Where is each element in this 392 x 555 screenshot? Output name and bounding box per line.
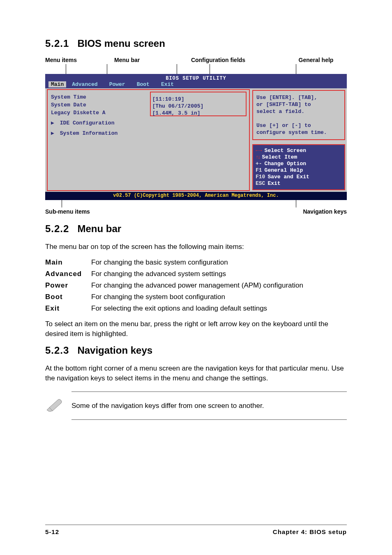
heading-number: 5.2.2: [45, 223, 69, 234]
paragraph-menu-bar-intro: The menu bar on top of the screen has th…: [45, 242, 347, 252]
nav-general-help: General Help: [265, 167, 303, 174]
callout-general-help: General help: [285, 57, 347, 63]
callout-menu-items: Menu items: [45, 57, 86, 63]
bios-menu-bar: Main Advanced Power Boot Exit: [45, 81, 347, 88]
heading-number: 5.2.1: [45, 38, 69, 49]
section-heading-2: 5.2.2 Menu bar: [45, 223, 347, 235]
bios-field-labels: System Time System Date Legacy Diskette …: [48, 90, 149, 190]
callout-submenu-items: Sub-menu items: [45, 208, 90, 215]
field-system-time[interactable]: System Time: [51, 93, 147, 101]
submenu-system-info[interactable]: ▶ System Information: [51, 129, 147, 137]
definitions-list: MainFor changing the basic system config…: [45, 258, 347, 313]
def-advanced: AdvancedFor changing the advanced system…: [45, 269, 347, 279]
section-heading-3: 5.2.3 Navigation keys: [45, 345, 347, 356]
bios-copyright: v02.57 (C)Copyright 1985-2004, American …: [45, 192, 347, 200]
chapter-title: Chapter 4: BIOS setup: [273, 528, 347, 535]
bios-tab-advanced[interactable]: Advanced: [66, 81, 103, 88]
bios-tab-boot[interactable]: Boot: [131, 81, 155, 88]
callout-labels-top: Menu items Menu bar Configuration fields…: [45, 57, 347, 63]
def-main: MainFor changing the basic system config…: [45, 258, 347, 267]
nav-save-exit: Save and Exit: [267, 174, 309, 180]
bios-title: BIOS SETUP UTILITY: [45, 74, 347, 81]
field-system-date[interactable]: System Date: [51, 101, 147, 109]
bios-help-box: Use [ENTER]. [TAB], or [SHIFT-TAB] to se…: [252, 90, 345, 140]
callout-lines-top: [45, 64, 347, 74]
section-heading-1: 5.2.1 BIOS menu screen: [45, 38, 347, 49]
arrows-lr-icon: ←→: [256, 147, 262, 154]
paragraph-nav-keys: At the bottom right corner of a menu scr…: [45, 364, 347, 383]
callout-navigation-keys: Navigation keys: [303, 208, 347, 215]
page-number: 5-12: [45, 528, 59, 535]
pen-icon: [45, 398, 63, 414]
callout-menu-bar: Menu bar: [114, 57, 151, 63]
nav-key-plusminus: +-: [256, 161, 262, 167]
value-legacy-diskette[interactable]: [1.44M, 3.5 in]: [152, 110, 243, 117]
value-system-date[interactable]: [Thu 06/17/2005]: [152, 103, 243, 110]
nav-key-f10: F10: [256, 174, 265, 180]
note-text: Some of the navigation keys differ from …: [71, 402, 264, 410]
note-box: Some of the navigation keys differ from …: [71, 391, 347, 420]
nav-key-esc: ESC: [256, 180, 265, 187]
bios-tab-main[interactable]: Main: [48, 81, 66, 88]
nav-key-f1: F1: [256, 167, 262, 174]
nav-select-screen: Select Screen: [265, 147, 306, 154]
heading-number: 5.2.3: [45, 345, 69, 356]
nav-change-option: Change Option: [265, 161, 306, 167]
bios-right-column: Use [ENTER]. [TAB], or [SHIFT-TAB] to se…: [252, 88, 347, 192]
triangle-icon: ▶: [51, 119, 57, 127]
heading-text: Menu bar: [77, 223, 121, 234]
value-system-time[interactable]: [11:10:19]: [152, 96, 243, 103]
heading-text: Navigation keys: [77, 345, 152, 356]
def-exit: ExitFor selecting the exit options and l…: [45, 304, 347, 313]
bios-nav-box: ←→Select Screen ↑↓Select Item +-Change O…: [252, 144, 345, 190]
arrows-ud-icon: ↑↓: [256, 154, 260, 161]
bios-tab-power[interactable]: Power: [104, 81, 131, 88]
triangle-icon: ▶: [51, 129, 57, 137]
submenu-ide-config[interactable]: ▶ IDE Configuration: [51, 119, 147, 127]
callout-labels-bottom: Sub-menu items Navigation keys: [45, 208, 347, 215]
bios-screenshot: BIOS SETUP UTILITY Main Advanced Power B…: [45, 74, 347, 200]
page-footer: 5-12 Chapter 4: BIOS setup: [45, 525, 347, 535]
paragraph-select-item: To select an item on the menu bar, press…: [45, 319, 347, 339]
nav-exit: Exit: [267, 180, 280, 187]
heading-text: BIOS menu screen: [77, 38, 165, 49]
callout-lines-bottom: [45, 200, 347, 207]
nav-select-item: Select Item: [262, 154, 297, 161]
bios-main-panel: System Time System Date Legacy Diskette …: [47, 89, 250, 191]
def-boot: BootFor changing the system boot configu…: [45, 292, 347, 302]
field-legacy-diskette[interactable]: Legacy Diskette A: [51, 109, 147, 117]
bios-tab-exit[interactable]: Exit: [155, 81, 180, 88]
def-power: PowerFor changing the advanced power man…: [45, 281, 347, 290]
callout-config-fields: Configuration fields: [179, 57, 257, 63]
bios-field-values: [11:10:19] [Thu 06/17/2005] [1.44M, 3.5 …: [150, 92, 247, 116]
